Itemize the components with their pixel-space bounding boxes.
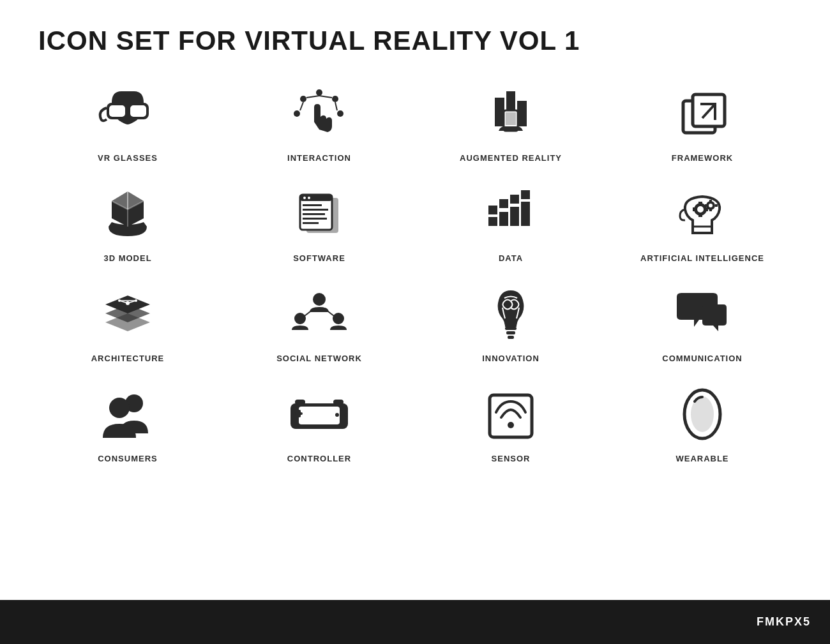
- icon-cell-software: SOFTWARE: [230, 182, 409, 263]
- icon-cell-ai: ARTIFICIAL INTELLIGENCE: [613, 182, 792, 263]
- svg-rect-45: [698, 202, 702, 205]
- svg-rect-41: [521, 217, 530, 226]
- interaction-label: INTERACTION: [287, 153, 351, 163]
- icon-cell-sensor: SENSOR: [421, 382, 600, 463]
- main-content: ICON SET FOR VIRTUAL REALITY VOL 1 VR GL…: [0, 0, 830, 600]
- wearable-icon: [664, 382, 741, 446]
- icon-cell-innovation: INNOVATION: [421, 282, 600, 363]
- social-network-icon: [281, 282, 358, 346]
- icons-grid: VR GLASSES INT: [38, 82, 792, 463]
- innovation-icon: [472, 282, 549, 346]
- svg-point-75: [340, 410, 343, 414]
- svg-point-27: [308, 197, 310, 199]
- svg-point-3: [316, 89, 322, 96]
- svg-rect-33: [488, 217, 497, 226]
- svg-rect-54: [715, 204, 718, 207]
- consumers-icon: [89, 382, 166, 446]
- svg-point-63: [333, 313, 344, 324]
- svg-line-10: [300, 102, 303, 110]
- svg-rect-74: [297, 410, 301, 417]
- page-title: ICON SET FOR VIRTUAL REALITY VOL 1: [38, 26, 792, 56]
- software-icon: [281, 182, 358, 246]
- svg-point-26: [303, 197, 306, 199]
- icon-cell-architecture: ARCHITECTURE: [38, 282, 217, 363]
- svg-point-6: [294, 110, 300, 117]
- svg-line-64: [305, 310, 313, 316]
- augmented-reality-icon: [472, 82, 549, 146]
- svg-point-76: [335, 413, 339, 417]
- icon-cell-interaction: INTERACTION: [230, 82, 409, 163]
- svg-rect-68: [508, 336, 514, 339]
- watermark-text: FMKPX5: [757, 615, 811, 629]
- sensor-label: SENSOR: [492, 454, 531, 463]
- svg-rect-47: [693, 207, 696, 211]
- svg-rect-53: [705, 204, 707, 207]
- svg-rect-31: [303, 218, 327, 220]
- icon-cell-controller: CONTROLLER: [230, 382, 409, 463]
- ai-icon: [664, 182, 741, 246]
- svg-rect-32: [303, 222, 319, 224]
- icon-cell-augmented-reality: AUGMENTED REALITY: [421, 82, 600, 163]
- svg-rect-35: [510, 207, 519, 226]
- svg-point-62: [294, 313, 306, 324]
- svg-rect-52: [709, 209, 712, 211]
- svg-rect-80: [333, 400, 343, 405]
- svg-line-11: [335, 102, 337, 110]
- sensor-icon: [472, 382, 549, 446]
- svg-point-50: [709, 204, 713, 207]
- ai-label: ARTIFICIAL INTELLIGENCE: [640, 253, 764, 263]
- svg-rect-79: [295, 400, 305, 405]
- svg-rect-67: [506, 331, 515, 334]
- svg-rect-28: [303, 204, 322, 206]
- svg-rect-30: [303, 213, 325, 215]
- svg-point-44: [697, 206, 704, 213]
- icon-cell-social-network: SOCIAL NETWORK: [230, 282, 409, 363]
- svg-rect-38: [521, 190, 530, 199]
- framework-icon: [664, 82, 741, 146]
- vr-glasses-label: VR GLASSES: [98, 153, 158, 163]
- consumers-label: CONSUMERS: [98, 454, 158, 463]
- architecture-icon: [89, 282, 166, 346]
- svg-rect-16: [506, 112, 516, 125]
- 3d-model-icon: [89, 182, 166, 246]
- svg-rect-2: [130, 105, 146, 117]
- svg-point-82: [508, 422, 514, 428]
- augmented-reality-label: AUGMENTED REALITY: [460, 153, 562, 163]
- svg-point-61: [313, 293, 326, 306]
- svg-rect-29: [303, 209, 328, 211]
- icon-cell-vr-glasses: VR GLASSES: [38, 82, 217, 163]
- wearable-label: WEARABLE: [675, 454, 728, 463]
- icon-cell-3d-model: 3D MODEL: [38, 182, 217, 263]
- icon-cell-framework: FRAMEWORK: [613, 82, 792, 163]
- svg-line-65: [326, 310, 334, 316]
- svg-rect-72: [299, 407, 340, 424]
- svg-line-9: [319, 96, 332, 98]
- communication-icon: [664, 282, 741, 346]
- svg-rect-39: [499, 199, 508, 208]
- icon-cell-wearable: WEARABLE: [613, 382, 792, 463]
- svg-line-8: [306, 96, 319, 98]
- svg-rect-1: [109, 105, 125, 117]
- svg-point-70: [109, 398, 130, 418]
- data-label: DATA: [499, 253, 523, 263]
- architecture-label: ARCHITECTURE: [91, 354, 165, 363]
- software-label: SOFTWARE: [293, 253, 345, 263]
- vr-glasses-icon: [89, 82, 166, 146]
- communication-label: COMMUNICATION: [662, 354, 742, 363]
- controller-icon: [281, 382, 358, 446]
- svg-point-77: [340, 416, 343, 419]
- icon-cell-communication: COMMUNICATION: [613, 282, 792, 363]
- svg-point-78: [344, 413, 348, 417]
- innovation-label: INNOVATION: [482, 354, 540, 363]
- icon-cell-data: DATA: [421, 182, 600, 263]
- svg-point-5: [332, 96, 338, 102]
- svg-point-7: [337, 110, 343, 117]
- svg-rect-34: [499, 212, 508, 226]
- social-network-label: SOCIAL NETWORK: [276, 354, 362, 363]
- data-icon: [472, 182, 549, 246]
- interaction-icon: [281, 82, 358, 146]
- icon-cell-consumers: CONSUMERS: [38, 382, 217, 463]
- svg-rect-66: [505, 327, 517, 330]
- svg-point-4: [300, 96, 306, 102]
- svg-rect-46: [698, 214, 702, 217]
